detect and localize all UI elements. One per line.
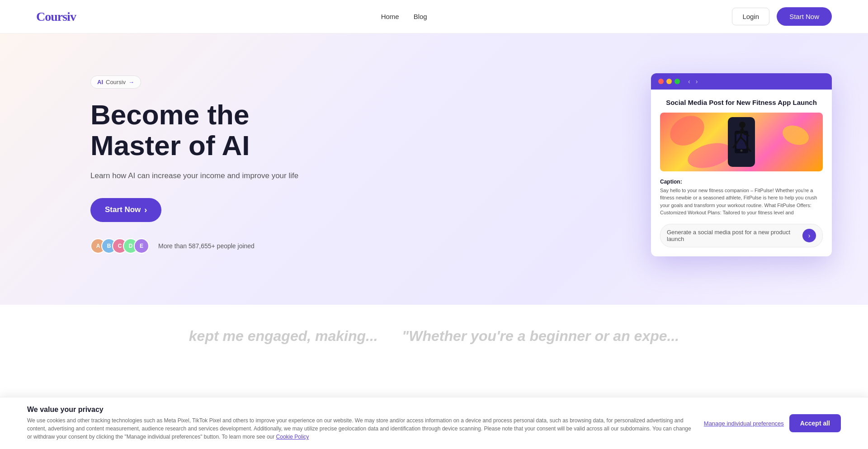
- browser-dots: [658, 79, 680, 84]
- card-title: Social Media Post for New Fitness App La…: [660, 99, 823, 106]
- nav-actions: Login Start Now: [732, 7, 832, 26]
- dot-green: [675, 79, 680, 84]
- chat-send-button[interactable]: ›: [802, 229, 816, 242]
- fitness-image: [660, 113, 823, 171]
- hero-badge: AI Coursiv →: [90, 76, 141, 89]
- badge-ai-label: AI: [97, 79, 103, 85]
- badge-brand-label: Coursiv: [106, 79, 126, 85]
- start-now-label: Start Now: [105, 205, 141, 214]
- hero-subtitle: Learn how AI can increase your income an…: [90, 170, 298, 182]
- brush-3: [685, 138, 735, 171]
- avatar-group: A B C D E: [90, 238, 145, 254]
- start-now-hero-button[interactable]: Start Now ›: [90, 198, 161, 222]
- caption-text: Say hello to your new fitness companion …: [660, 187, 823, 217]
- testimonial-section: kept me engaged, making... "Whether you'…: [0, 305, 868, 368]
- avatar-5: E: [134, 238, 149, 254]
- browser-nav-icons: ‹ ›: [688, 78, 698, 85]
- chat-input-text[interactable]: Generate a social media post for a new p…: [667, 229, 799, 242]
- chat-input-row: Generate a social media post for a new p…: [660, 224, 823, 247]
- navbar: Coursiv Home Blog Login Start Now: [0, 0, 868, 33]
- social-proof-text: More than 587,655+ people joined: [158, 242, 255, 250]
- runner-icon: [728, 121, 755, 162]
- badge-arrow-icon: →: [128, 79, 134, 85]
- hero-title: Become the Master of AI: [90, 99, 298, 161]
- brush-2: [780, 122, 811, 148]
- hero-left: AI Coursiv → Become the Master of AI Lea…: [90, 76, 298, 254]
- section-text-left: kept me engaged, making... "Whether you'…: [189, 327, 679, 346]
- dot-yellow: [666, 79, 672, 84]
- caption-label: Caption:: [660, 179, 823, 185]
- browser-content: Social Media Post for New Fitness App La…: [651, 90, 832, 256]
- nav-home-link[interactable]: Home: [381, 13, 399, 20]
- nav-links: Home Blog: [381, 13, 427, 20]
- hero-title-line2: Master of AI: [90, 130, 250, 161]
- browser-window: ‹ › Social Media Post for New Fitness Ap…: [651, 73, 832, 256]
- forward-icon[interactable]: ›: [696, 78, 698, 85]
- login-button[interactable]: Login: [732, 8, 769, 25]
- nav-blog-link[interactable]: Blog: [414, 13, 427, 20]
- social-proof: A B C D E More than 587,655+ people join…: [90, 238, 298, 254]
- dot-red: [658, 79, 664, 84]
- hero-right: ‹ › Social Media Post for New Fitness Ap…: [651, 73, 832, 256]
- send-icon: ›: [808, 232, 811, 239]
- back-icon[interactable]: ‹: [688, 78, 690, 85]
- start-now-nav-button[interactable]: Start Now: [777, 7, 832, 26]
- hero-title-line1: Become the: [90, 99, 249, 130]
- svg-point-3: [739, 122, 745, 128]
- hero-section: AI Coursiv → Become the Master of AI Lea…: [0, 33, 868, 305]
- logo: Coursiv: [36, 9, 76, 24]
- cta-arrow-icon: ›: [144, 205, 147, 215]
- browser-bar: ‹ ›: [651, 73, 832, 90]
